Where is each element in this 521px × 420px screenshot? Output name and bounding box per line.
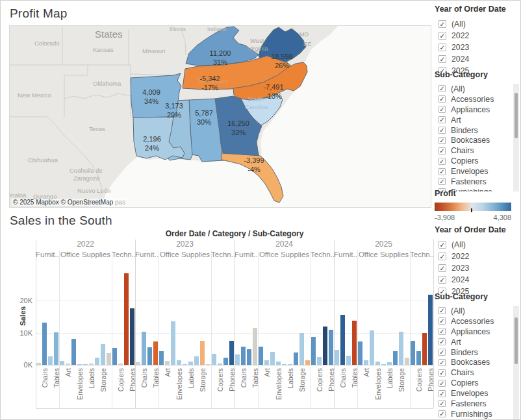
bar-2024-envelopes[interactable] bbox=[276, 362, 281, 365]
sc2-option-all[interactable]: ✓(All) bbox=[435, 306, 511, 316]
checkbox-checked-icon[interactable]: ✓ bbox=[438, 264, 446, 272]
bar-2025-phones[interactable] bbox=[428, 295, 433, 365]
bar-2024-binders[interactable] bbox=[270, 352, 275, 365]
bar-2022-envelopes[interactable] bbox=[77, 364, 82, 365]
bar-2025-envelopes[interactable] bbox=[375, 362, 380, 365]
bar-2025-appliances[interactable] bbox=[358, 341, 362, 365]
bar-2023-tables[interactable] bbox=[153, 341, 158, 365]
bar-2022-bookcases[interactable] bbox=[36, 363, 41, 365]
sc1-option-accessories[interactable]: ✓Accessories bbox=[435, 94, 511, 105]
checkbox-checked-icon[interactable]: ✓ bbox=[438, 410, 446, 417]
checkbox-checked-icon[interactable]: ✓ bbox=[438, 43, 446, 51]
bar-2024-phones[interactable] bbox=[329, 330, 333, 365]
checkbox-checked-icon[interactable]: ✓ bbox=[438, 253, 446, 260]
yf2-option-2022[interactable]: ✓2022 bbox=[435, 251, 519, 262]
bar-2023-accessories[interactable] bbox=[212, 354, 216, 365]
bar-2022-tables[interactable] bbox=[54, 332, 58, 365]
bar-2023-furnishings[interactable] bbox=[147, 347, 152, 365]
checkbox-checked-icon[interactable]: ✓ bbox=[438, 390, 446, 397]
checkbox-checked-icon[interactable]: ✓ bbox=[438, 137, 446, 144]
yf2-option-2024[interactable]: ✓2024 bbox=[435, 274, 519, 286]
bar-2025-art[interactable] bbox=[364, 360, 368, 365]
yf1-option-2024[interactable]: ✓2024 bbox=[435, 53, 519, 65]
scrollbar-thumb[interactable] bbox=[515, 93, 518, 138]
bar-2025-copiers[interactable] bbox=[416, 351, 421, 365]
checkbox-checked-icon[interactable]: ✓ bbox=[438, 276, 446, 284]
bar-2025-storage[interactable] bbox=[399, 332, 403, 365]
sc1-option-binders[interactable]: ✓Binders bbox=[435, 125, 511, 136]
bar-2023-supplies[interactable] bbox=[206, 364, 210, 365]
sc1-option-appliances[interactable]: ✓Appliances bbox=[435, 105, 511, 115]
bar-2023-labels[interactable] bbox=[188, 362, 193, 365]
bar-2022-supplies[interactable] bbox=[107, 353, 111, 365]
bar-2025-supplies[interactable] bbox=[405, 358, 409, 365]
bar-2024-fasteners[interactable] bbox=[282, 364, 286, 365]
bar-2022-art[interactable] bbox=[66, 364, 70, 365]
sc2-option-appliances[interactable]: ✓Appliances bbox=[435, 327, 511, 337]
yf2-option-2023[interactable]: ✓2023 bbox=[435, 262, 519, 274]
bar-2022-machines[interactable] bbox=[124, 273, 129, 365]
bar-2022-copiers[interactable] bbox=[118, 364, 123, 365]
bar-2022-accessories[interactable] bbox=[112, 348, 117, 365]
yf1-option-all[interactable]: ✓(All) bbox=[435, 18, 519, 30]
bar-2023-chairs[interactable] bbox=[142, 332, 146, 365]
checkbox-checked-icon[interactable]: ✓ bbox=[438, 55, 446, 63]
checkbox-checked-icon[interactable]: ✓ bbox=[438, 241, 446, 249]
checkbox-checked-icon[interactable]: ✓ bbox=[438, 328, 446, 335]
checkbox-checked-icon[interactable]: ✓ bbox=[438, 158, 446, 165]
bar-2024-labels[interactable] bbox=[288, 364, 292, 365]
sc2-option-art[interactable]: ✓Art bbox=[435, 337, 511, 347]
profit-map[interactable]: StatesIllinoisIndianaColoradoKansasMisso… bbox=[9, 25, 431, 208]
checkbox-checked-icon[interactable]: ✓ bbox=[438, 317, 446, 325]
yf1-option-2022[interactable]: ✓2022 bbox=[435, 30, 519, 42]
checkbox-checked-icon[interactable]: ✓ bbox=[438, 147, 446, 154]
bar-2024-furnishings[interactable] bbox=[247, 349, 251, 365]
sc1-option-copiers[interactable]: ✓Copiers bbox=[435, 156, 511, 166]
bar-2023-machines[interactable] bbox=[223, 358, 228, 365]
sc1-option-bookcases[interactable]: ✓Bookcases bbox=[435, 135, 511, 145]
bar-2024-supplies[interactable] bbox=[305, 360, 310, 365]
checkbox-checked-icon[interactable]: ✓ bbox=[438, 380, 446, 387]
bar-2023-appliances[interactable] bbox=[159, 351, 164, 365]
bar-2025-fasteners[interactable] bbox=[381, 364, 386, 365]
bar-2023-phones[interactable] bbox=[229, 341, 234, 365]
bar-2024-bookcases[interactable] bbox=[235, 354, 240, 365]
bar-2024-paper[interactable] bbox=[294, 352, 298, 365]
bar-2022-phones[interactable] bbox=[130, 308, 134, 365]
map-attribution[interactable]: © 2025 Mapbox © OpenStreetMap pas bbox=[12, 199, 127, 206]
checkbox-checked-icon[interactable]: ✓ bbox=[438, 95, 446, 103]
checkbox-checked-icon[interactable]: ✓ bbox=[438, 106, 446, 113]
bar-2024-appliances[interactable] bbox=[259, 347, 263, 365]
bar-2024-tables[interactable] bbox=[253, 328, 257, 365]
sc2-option-accessories[interactable]: ✓Accessories bbox=[435, 316, 511, 327]
checkbox-checked-icon[interactable]: ✓ bbox=[438, 307, 446, 314]
sc2-option-envelopes[interactable]: ✓Envelopes bbox=[435, 388, 511, 399]
bar-2022-furnishings[interactable] bbox=[48, 356, 53, 365]
bar-2022-paper[interactable] bbox=[95, 358, 99, 365]
bar-2023-fasteners[interactable] bbox=[183, 364, 187, 365]
sc2-option-furnishings[interactable]: ✓Furnishings bbox=[435, 409, 511, 419]
bar-2025-accessories[interactable] bbox=[411, 341, 415, 365]
bar-2024-copiers[interactable] bbox=[317, 357, 322, 365]
sc2-option-binders[interactable]: ✓Binders bbox=[435, 347, 511, 358]
checkbox-checked-icon[interactable]: ✓ bbox=[438, 116, 446, 123]
bar-2022-appliances[interactable] bbox=[60, 361, 64, 365]
checkbox-checked-icon[interactable]: ✓ bbox=[438, 32, 446, 40]
bar-2022-fasteners[interactable] bbox=[83, 364, 88, 365]
yf2-option-all[interactable]: ✓(All) bbox=[435, 239, 519, 251]
bar-2022-binders[interactable] bbox=[71, 339, 76, 365]
scrollbar-track[interactable] bbox=[513, 306, 519, 420]
sc2-option-copiers[interactable]: ✓Copiers bbox=[435, 378, 511, 388]
sc2-option-bookcases[interactable]: ✓Bookcases bbox=[435, 357, 511, 367]
sc1-option-fasteners[interactable]: ✓Fasteners bbox=[435, 177, 511, 187]
scrollbar-track[interactable] bbox=[513, 84, 519, 191]
profit-map-canvas[interactable]: StatesIllinoisIndianaColoradoKansasMisso… bbox=[10, 26, 431, 207]
yf1-option-2023[interactable]: ✓2023 bbox=[435, 42, 519, 53]
bar-2024-accessories[interactable] bbox=[311, 337, 316, 365]
sc1-option-chairs[interactable]: ✓Chairs bbox=[435, 145, 511, 156]
bar-2025-chairs[interactable] bbox=[340, 315, 345, 365]
bar-2024-storage[interactable] bbox=[299, 333, 304, 365]
bar-2024-art[interactable] bbox=[264, 360, 269, 365]
bar-2022-chairs[interactable] bbox=[42, 323, 47, 365]
bar-2024-machines[interactable] bbox=[323, 327, 327, 365]
